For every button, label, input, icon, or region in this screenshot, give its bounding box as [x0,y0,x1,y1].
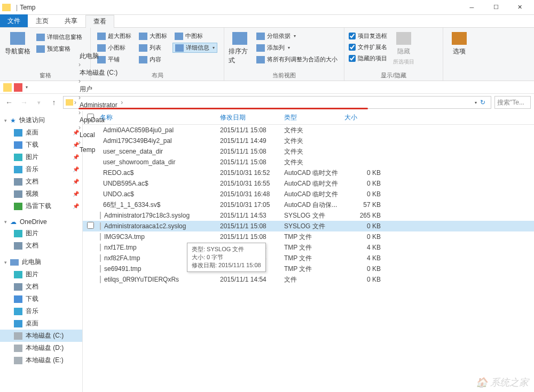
sidebar-item[interactable]: 下载📌 [0,139,82,151]
file-row[interactable]: IMG9C3A.tmp2015/11/1 15:08TMP 文件0 KB [83,231,534,242]
sidebar-item[interactable]: 音乐📌 [0,163,82,175]
checkbox-hidden-items[interactable]: 隐藏的项目 [349,54,387,62]
sidebar-item[interactable]: 本地磁盘 (D:) [0,342,82,354]
file-name: user_showroom_data_dir [100,158,220,166]
sidebar-item[interactable]: 音乐 [0,305,82,317]
tab-share[interactable]: 共享 [57,14,85,27]
hide-label: 隐藏 [397,47,410,56]
sidebar-thispc[interactable]: ▾ 此电脑 [0,256,82,268]
file-row[interactable]: Admi0AAC859B4ju0_pal2015/11/1 15:08文件夹 [83,125,534,135]
address-bar[interactable]: › 此电脑›本地磁盘 (C:)›用户›Administrator›AppData… [63,96,491,109]
ribbon-group-showhide: 项目复选框 文件扩展名 隐藏的项目 隐藏 所选项目 显示/隐藏 [344,28,443,81]
checkbox-item-checkboxes[interactable]: 项目复选框 [349,32,387,40]
tab-file[interactable]: 文件 [0,14,28,27]
addcol-button[interactable]: 添加列▾ [254,43,340,53]
sidebar-item-label: 视频 [26,189,38,198]
history-dropdown[interactable]: ▾ [33,97,45,108]
file-size: 57 KB [344,201,387,209]
checkbox-file-ext[interactable]: 文件扩展名 [349,43,387,51]
header-date[interactable]: 修改日期 [220,113,284,122]
file-list: 名称 修改日期 类型 大小 Admi0AAC859B4ju0_pal2015/1… [83,111,534,392]
breadcrumb-segment[interactable]: 此电脑 [77,52,120,61]
hide-selected-button[interactable]: 隐藏 所选项目 [390,30,417,70]
file-row[interactable]: Administrator179c18c3.syslog2015/11/1 14… [83,210,534,221]
minimize-button[interactable]: ─ [460,0,484,15]
sidebar-item[interactable]: 桌面 [0,317,82,330]
file-row[interactable]: 66型_1_1_6334.sv$2015/10/31 17:05AutoCAD … [83,199,534,210]
file-row[interactable]: user_showroom_data_dir2015/11/1 15:08文件夹 [83,157,534,167]
layout-list[interactable]: 列表 [137,43,169,53]
maximize-button[interactable]: ☐ [484,0,508,15]
header-type[interactable]: 类型 [284,113,344,122]
preview-pane-button[interactable]: 预览窗格 [34,44,84,54]
pin-icon: 📌 [73,191,79,197]
sidebar-item[interactable]: 下载 [0,293,82,305]
sidebar-item[interactable]: 本地磁盘 (E:) [0,354,82,366]
sidebar-item[interactable]: 桌面📌 [0,126,82,139]
file-type: 文件夹 [284,158,344,167]
sidebar-quick-access[interactable]: ▾ ★ 快速访问 [0,114,82,126]
forward-button[interactable]: → [18,97,30,108]
sort-button[interactable]: 排序方式 [229,30,251,70]
sidebar-item-icon [14,332,22,340]
cloud-icon: ☁ [10,218,17,226]
layout-xlarge[interactable]: 超大图标 [95,31,134,41]
qa-newfolder-icon[interactable] [3,83,12,92]
file-row[interactable]: REDO.ac$2015/10/31 16:52AutoCAD 临时文件0 KB [83,167,534,178]
up-button[interactable]: ↑ [48,97,60,108]
file-row[interactable]: Administratoraaca1c2.syslog2015/11/1 15:… [83,221,534,231]
qa-dropdown-icon[interactable]: ▾ [26,85,28,90]
layout-large[interactable]: 大图标 [137,31,169,41]
back-button[interactable]: ← [3,97,15,108]
file-row[interactable]: UNDB595A.ac$2015/10/31 16:55AutoCAD 临时文件… [83,178,534,189]
sidebar-item[interactable]: 文档📌 [0,175,82,188]
sidebar-item[interactable]: 文档 [0,281,82,293]
file-row[interactable]: UNDO.ac$2015/10/31 16:48AutoCAD 临时文件0 KB [83,189,534,199]
close-button[interactable]: ✕ [508,0,532,15]
layout-details[interactable]: 详细信息▾ [172,43,217,53]
file-row[interactable]: etilqs_0R9tYuTDIERQxRs2015/11/1 14:54文件0… [83,274,534,285]
refresh-button[interactable]: ↻ [477,99,489,106]
currentview-group-label: 当前视图 [229,70,340,79]
nav-pane-button[interactable]: 导航窗格 [4,30,31,70]
row-checkbox[interactable] [87,222,100,230]
sidebar-item[interactable]: 图片📌 [0,151,82,163]
file-date: 2015/11/1 15:08 [220,126,284,134]
tab-home[interactable]: 主页 [28,14,57,27]
sidebar-item[interactable]: 图片 [0,268,82,281]
file-row[interactable]: Admi179C349B4iy2_pal2015/11/1 14:49文件夹 [83,135,534,146]
sidebar-item[interactable]: 文档 [0,239,82,252]
dropdown-icon: ▾ [213,45,215,50]
fitcol-icon [256,56,265,63]
sidebar-item[interactable]: 图片 [0,227,82,239]
file-row[interactable]: nxf82FA.tmp2015/11/1 15:08TMP 文件4 KB [83,253,534,263]
detail-pane-button[interactable]: 详细信息窗格 [34,32,84,42]
sidebar-item[interactable]: 本地磁盘 (C:) [0,330,82,342]
qa-delete-icon[interactable] [14,83,22,92]
breadcrumb-segment[interactable]: Temp [77,146,120,154]
file-row[interactable]: nxf17E.tmp2015/11/1 15:08TMP 文件4 KB [83,242,534,253]
sidebar-item[interactable]: 视频📌 [0,188,82,200]
sidebar-onedrive[interactable]: ▾ ☁ OneDrive [0,217,82,227]
sidebar-item-icon [14,242,22,250]
layout-content[interactable]: 内容 [137,54,169,65]
file-size: 0 KB [344,265,387,273]
groupby-button[interactable]: 分组依据▾ [254,31,340,41]
search-input[interactable]: 搜索"Te... [494,96,531,109]
breadcrumb-segment[interactable]: Local [77,131,120,139]
tab-view[interactable]: 查看 [85,15,114,28]
layout-medium[interactable]: 中图标 [172,31,217,41]
breadcrumb-segment[interactable]: AppData [77,116,120,124]
file-row[interactable]: user_scene_data_dir2015/11/1 15:08文件夹 [83,146,534,157]
options-button[interactable]: 选项 [447,30,471,72]
header-size[interactable]: 大小 [344,113,387,122]
tooltip-line: 大小: 0 字节 [192,253,261,261]
fitcol-button[interactable]: 将所有列调整为合适的大小 [254,54,340,65]
addr-folder-icon [66,99,73,106]
breadcrumb-segment[interactable]: 本地磁盘 (C:) [77,68,120,77]
file-row[interactable]: se69491.tmp2011/7/8 15:36TMP 文件0 KB [83,263,534,274]
sidebar-item[interactable]: 迅雷下载📌 [0,200,82,212]
breadcrumb-segment[interactable]: 用户 [77,85,120,94]
file-type: TMP 文件 [284,254,344,263]
preview-pane-icon [36,45,45,53]
